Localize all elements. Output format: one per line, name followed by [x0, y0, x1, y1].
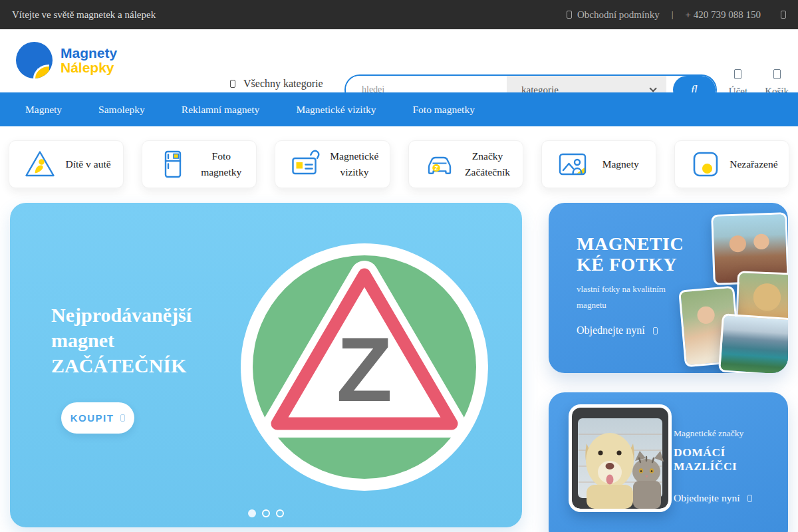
promo-pets-cta[interactable]: Objednejte nyní	[674, 492, 752, 504]
document-icon	[567, 11, 572, 19]
logo[interactable]: Magnety Nálepky	[16, 42, 117, 78]
category-card-znacky-zacatecnik[interactable]: Z Značky Začátečník	[408, 140, 523, 188]
carousel-dots	[10, 509, 522, 517]
category-card-foto-magnetky[interactable]: Foto magnetky	[142, 140, 257, 188]
promo-card-domaci-mazlicci: Magnetické značky DOMÁCÍ MAZLÍČCI Objedn…	[549, 392, 788, 532]
all-categories-toggle[interactable]: Všechny kategorie	[230, 78, 323, 90]
category-card-nezarazene[interactable]: Nezařazené	[674, 140, 789, 188]
beginner-sign-image: Z	[240, 243, 489, 491]
promo-photos-title-line2: KÉ FOTKY	[577, 254, 684, 275]
main-nav: Magnety Samolepky Reklamní magnety Magne…	[0, 92, 798, 126]
arrow-right-icon	[120, 414, 125, 422]
category-card-label: Nezařazené	[722, 156, 789, 172]
promo-photos-title: MAGNETIC KÉ FOTKY	[577, 233, 684, 275]
promo-photos-cta-label: Objednejte nyní	[577, 325, 645, 336]
arrow-right-icon	[747, 495, 752, 502]
terms-link[interactable]: Obchodní podmínky	[567, 9, 660, 21]
topbar-separator: |	[672, 9, 674, 20]
phone-link[interactable]: + 420 739 088 150	[686, 9, 761, 21]
category-card-dite-v-aute[interactable]: Dítě v autě	[9, 140, 124, 188]
category-card-magneticke-vizitky[interactable]: Magnetické vizitky	[275, 140, 390, 188]
carousel-dot-3[interactable]	[276, 509, 284, 517]
picture-icon	[557, 148, 589, 180]
category-card-label: Dítě v autě	[56, 156, 123, 172]
carousel-dot-2[interactable]	[262, 509, 270, 517]
hero-carousel: Nejprodávanější magnet ZAČÁTEČNÍK KOUPIT…	[10, 203, 522, 527]
menu-icon	[230, 80, 235, 88]
facebook-icon[interactable]	[781, 11, 786, 19]
buy-button-label: KOUPIT	[70, 412, 114, 424]
category-card-label: Značky Začátečník	[456, 148, 523, 180]
header: Magnety Nálepky Všechny kategorie katego…	[0, 29, 798, 92]
carousel-dot-1[interactable]	[248, 509, 256, 517]
user-icon	[734, 69, 741, 79]
nav-item-magneticke-vizitky[interactable]: Magnetické vizitky	[296, 104, 376, 116]
promo-photos-subtitle-line1: vlastní fotky na kvalitním	[577, 281, 666, 297]
topbar: Vítejte ve světě magnetek a nálepek Obch…	[0, 0, 798, 29]
promo-card-magneticke-fotky: MAGNETIC KÉ FOTKY vlastní fotky na kvali…	[549, 203, 788, 373]
all-categories-label: Všechny kategorie	[243, 78, 323, 90]
business-card-magnet-icon	[290, 148, 322, 180]
promo-photos-title-line1: MAGNETIC	[577, 233, 684, 254]
logo-wedge-shape	[33, 65, 49, 78]
nav-item-samolepky[interactable]: Samolepky	[98, 104, 145, 116]
welcome-text: Vítejte ve světě magnetek a nálepek	[12, 9, 156, 21]
car-beginner-badge-icon: Z	[424, 148, 456, 180]
chevron-down-icon	[649, 84, 656, 92]
logo-text: Magnety Nálepky	[61, 46, 117, 75]
photo-magnet-mountain-lake	[718, 313, 788, 373]
hero-heading: Nejprodávanější magnet ZAČÁTEČNÍK	[51, 303, 224, 378]
pets-image	[569, 404, 672, 512]
promo-pets-cta-label: Objednejte nyní	[674, 492, 739, 504]
fridge-photo-icon	[157, 148, 189, 180]
logo-line2: Nálepky	[61, 61, 117, 75]
uncategorized-icon	[690, 148, 722, 180]
logo-mark-icon	[16, 42, 53, 78]
badge-letter: Z	[434, 165, 438, 172]
logo-line1: Magnety	[61, 46, 117, 61]
category-card-label: Foto magnetky	[189, 148, 256, 180]
category-card-magnety[interactable]: Magnety	[541, 140, 656, 188]
terms-link-label: Obchodní podmínky	[577, 9, 660, 21]
promo-pets-eyebrow: Magnetické značky	[674, 428, 743, 439]
promo-pets-title: DOMÁCÍ MAZLÍČCI	[674, 446, 773, 473]
promo-photos-cta[interactable]: Objednejte nyní	[577, 325, 658, 336]
promo-photos-subtitle-line2: magnetu	[577, 297, 666, 313]
phone-number: + 420 739 088 150	[686, 9, 761, 21]
page: Vítejte ve světě magnetek a nálepek Obch…	[0, 0, 798, 532]
promo-photos-subtitle: vlastní fotky na kvalitním magnetu	[577, 281, 666, 313]
topbar-links: Obchodní podmínky | + 420 739 088 150	[567, 9, 786, 21]
category-card-label: Magnetické vizitky	[322, 148, 389, 180]
nav-item-reklamni-magnety[interactable]: Reklamní magnety	[182, 104, 260, 116]
category-card-label: Magnety	[589, 156, 656, 172]
buy-button[interactable]: KOUPIT	[61, 402, 134, 434]
sign-letter: Z	[336, 318, 392, 420]
arrow-right-icon	[653, 327, 658, 334]
category-card-row: Dítě v autě Foto magnetky	[9, 140, 789, 188]
cart-icon	[773, 69, 781, 79]
nav-item-magnety[interactable]: Magnety	[25, 104, 62, 116]
baby-in-car-icon	[24, 148, 56, 180]
nav-item-foto-magnetky[interactable]: Foto magnetky	[412, 104, 474, 116]
